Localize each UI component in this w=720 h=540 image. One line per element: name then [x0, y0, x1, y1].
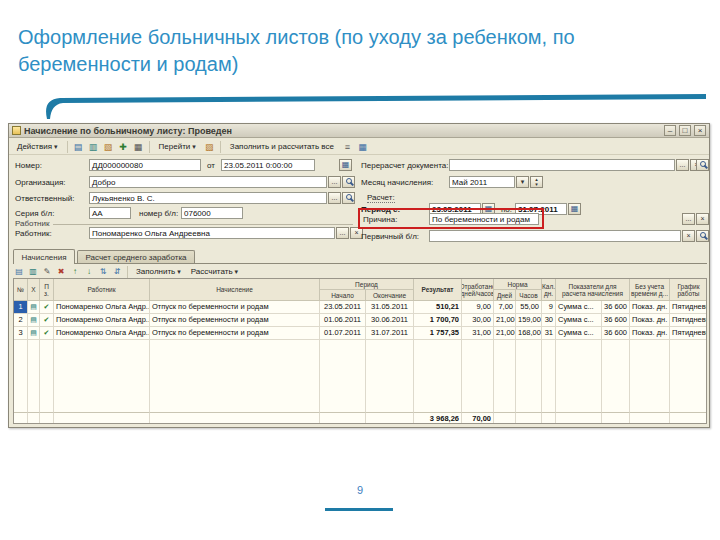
save-icon[interactable]: ▤	[72, 140, 85, 153]
minimize-button[interactable]: –	[664, 125, 676, 136]
organization-field[interactable]: Добро	[89, 176, 327, 188]
col-header-norm-hours[interactable]: Часов	[516, 290, 542, 301]
cell-employee[interactable]: Пономаренко Ольга Андр...	[54, 301, 150, 314]
calendar-icon[interactable]: ▦	[568, 203, 581, 215]
lookup-icon[interactable]	[342, 192, 355, 204]
cell-cal_days[interactable]: 30	[542, 314, 556, 327]
calendar-icon[interactable]: ▦	[339, 159, 352, 171]
ellipsis-button[interactable]: ...	[328, 176, 341, 188]
calculate-button[interactable]: Рассчитать ▾	[187, 266, 242, 278]
cell-norm_hours[interactable]: 159,00	[516, 314, 542, 327]
cell-result[interactable]: 1 700,70	[414, 314, 462, 327]
ellipsis-button[interactable]: ...	[682, 213, 695, 225]
clear-icon[interactable]: ×	[682, 230, 695, 242]
lookup-icon[interactable]	[696, 159, 709, 171]
cell-norm_days[interactable]: 7,00	[494, 301, 516, 314]
calc-link[interactable]: Расчет:	[367, 193, 395, 203]
cell-employee[interactable]: Пономаренко Ольга Андр...	[54, 327, 150, 340]
sort-desc-icon[interactable]: ⇵	[111, 266, 123, 278]
primary-bl-field[interactable]	[429, 230, 681, 242]
col-header-result[interactable]: Результат	[414, 279, 462, 301]
cell-norm_days[interactable]: 21,00	[494, 314, 516, 327]
document-date-field[interactable]: 23.05.2011 0:00:00	[221, 159, 315, 171]
col-header-norm-days[interactable]: Дней	[494, 290, 516, 301]
ellipsis-button[interactable]: ...	[676, 159, 689, 171]
col-header-num[interactable]: №	[14, 279, 28, 301]
series-field[interactable]: АА	[89, 207, 131, 219]
cell-num[interactable]: 2	[14, 314, 28, 327]
recalc-field[interactable]	[449, 159, 675, 171]
col-header-no-time[interactable]: Без учета времени д...	[630, 279, 670, 301]
maximize-button[interactable]: □	[679, 125, 691, 136]
ellipsis-button[interactable]: ...	[328, 192, 341, 204]
col-header-accrual[interactable]: Начисление	[150, 279, 320, 301]
move-down-icon[interactable]: ↓	[83, 266, 95, 278]
fill-and-calculate-all-button[interactable]: Заполнить и рассчитать все	[225, 140, 339, 153]
cell-accrual[interactable]: Отпуск по беременности и родам	[150, 327, 320, 340]
cell-end[interactable]: 31.07.2011	[366, 327, 414, 340]
chevron-down-icon[interactable]: ▾	[516, 176, 529, 188]
copy-icon[interactable]: ▥	[87, 140, 100, 153]
reread-icon[interactable]: ▧	[102, 140, 115, 153]
move-up-icon[interactable]: ↑	[69, 266, 81, 278]
clear-icon[interactable]: ×	[696, 213, 709, 225]
cell-cal_days[interactable]: 31	[542, 327, 556, 340]
fill-button[interactable]: Заполнить ▾	[132, 266, 185, 278]
cell-no_time[interactable]: Показ. дн. 5...	[630, 327, 670, 340]
cell-indicator[interactable]: Сумма с...	[556, 327, 602, 340]
cell-start[interactable]: 23.05.2011	[320, 301, 366, 314]
col-header-employee[interactable]: Работник	[54, 279, 150, 301]
post-document-icon[interactable]: ▨	[203, 140, 216, 153]
cell-result[interactable]: 1 757,35	[414, 327, 462, 340]
cell-indicator_value[interactable]: 36 600	[602, 327, 630, 340]
cell-norm_days[interactable]: 21,00	[494, 327, 516, 340]
bl-number-field[interactable]: 076000	[181, 207, 243, 219]
cell-no_time[interactable]: Показ. дн. 5...	[630, 301, 670, 314]
cell-start[interactable]: 01.07.2011	[320, 327, 366, 340]
add-row-icon[interactable]: ▤	[13, 266, 25, 278]
actions-menu-button[interactable]: Действия ▾	[12, 140, 63, 153]
col-header-period[interactable]: Период	[320, 279, 414, 290]
cell-accrual[interactable]: Отпуск по беременности и родам	[150, 314, 320, 327]
cell-num[interactable]: 3	[14, 327, 28, 340]
col-header-end[interactable]: Окончание	[366, 290, 414, 301]
cell-schedule[interactable]: Пятидневка	[670, 327, 707, 340]
cell-worked[interactable]: 31,00	[462, 327, 494, 340]
list-settings-icon[interactable]: ≡	[341, 140, 354, 153]
cell-result[interactable]: 510,21	[414, 301, 462, 314]
add-icon[interactable]: ✚	[117, 140, 130, 153]
cell-employee[interactable]: Пономаренко Ольга Андр...	[54, 314, 150, 327]
cell-schedule[interactable]: Пятидневка	[670, 314, 707, 327]
lookup-icon[interactable]	[696, 230, 709, 242]
col-header-indicators[interactable]: Показатели для расчета начисления	[556, 279, 630, 301]
cell-accrual[interactable]: Отпуск по беременности и родам	[150, 301, 320, 314]
window-titlebar[interactable]: Начисление по больничному листу: Проведе…	[9, 124, 709, 138]
col-header-x[interactable]: X	[28, 279, 40, 301]
cell-worked[interactable]: 30,00	[462, 314, 494, 327]
col-header-cal-days[interactable]: Кал. дн.	[542, 279, 556, 301]
col-header-norm[interactable]: Норма	[494, 279, 542, 290]
row-check-icon[interactable]: ✔	[40, 301, 54, 314]
sort-asc-icon[interactable]: ⇅	[97, 266, 109, 278]
goto-menu-button[interactable]: Перейти ▾	[154, 140, 201, 153]
row-doc-icon[interactable]: ▤	[28, 301, 40, 314]
cell-end[interactable]: 30.06.2011	[366, 314, 414, 327]
table-row[interactable]: 2▤✔Пономаренко Ольга Андр...Отпуск по бе…	[14, 314, 706, 327]
tab-accruals[interactable]: Начисления	[13, 249, 75, 264]
cell-indicator_value[interactable]: 36 600	[602, 301, 630, 314]
cell-start[interactable]: 01.06.2011	[320, 314, 366, 327]
table-settings-icon[interactable]: ▦	[356, 140, 369, 153]
table-row[interactable]: 3▤✔Пономаренко Ольга Андр...Отпуск по бе…	[14, 327, 706, 340]
cell-norm_hours[interactable]: 168,00	[516, 327, 542, 340]
cell-indicator_value[interactable]: 36 600	[602, 314, 630, 327]
col-header-schedule[interactable]: График работы	[670, 279, 707, 301]
ellipsis-button[interactable]: ...	[336, 227, 349, 239]
col-header-start[interactable]: Начало	[320, 290, 366, 301]
cell-end[interactable]: 31.05.2011	[366, 301, 414, 314]
tab-average-earnings[interactable]: Расчет среднего заработка	[77, 250, 195, 264]
row-doc-icon[interactable]: ▤	[28, 327, 40, 340]
responsible-field[interactable]: Лукьяненко В. С.	[89, 192, 327, 204]
cell-schedule[interactable]: Пятидневка	[670, 301, 707, 314]
cell-num[interactable]: 1	[14, 301, 28, 314]
delete-row-icon[interactable]: ✖	[55, 266, 67, 278]
